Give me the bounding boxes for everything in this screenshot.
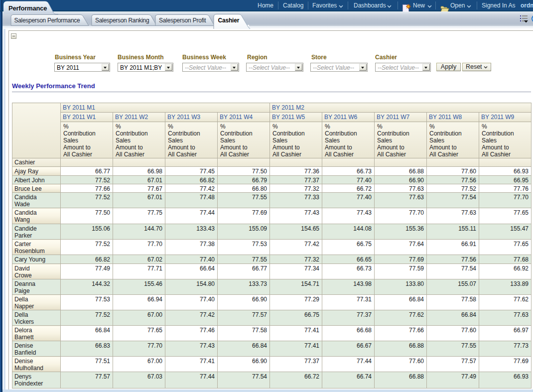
svg-text:Salesperson Performance: Salesperson Performance	[14, 17, 80, 24]
svg-text:Salesperson Ranking: Salesperson Ranking	[95, 17, 149, 24]
svg-text:Performance: Performance	[8, 4, 47, 12]
svg-text:Salesperson Profit: Salesperson Profit	[159, 17, 206, 24]
svg-text:Cashier: Cashier	[218, 17, 240, 24]
